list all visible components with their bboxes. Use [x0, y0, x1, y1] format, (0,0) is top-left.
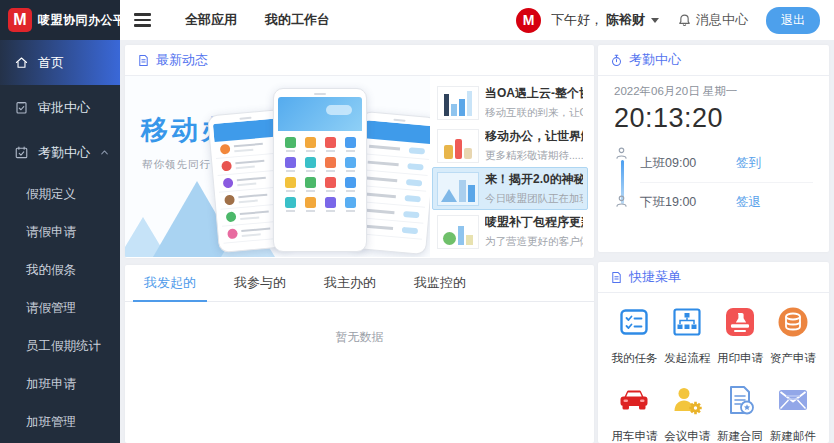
message-center-label: 消息中心: [696, 11, 748, 29]
my-tasks-card: 我发起的 我参与的 我主办的 我监控的 暂无数据: [125, 265, 594, 443]
quick-menu-grid: 我的任务 发起流程: [598, 293, 829, 443]
sidebar-item-approval[interactable]: 审批中心: [0, 85, 120, 130]
sidebar-subitem-overtime-apply[interactable]: 加班申请: [0, 365, 120, 403]
news-item[interactable]: 唛盟补丁包程序更新 为了营造更好的客户体验，唛: [432, 210, 588, 253]
task-list-icon: [617, 305, 651, 339]
username: 陈裕财: [606, 11, 645, 29]
sign-out-link[interactable]: 签退: [736, 194, 761, 211]
tab-monitored[interactable]: 我监控的: [395, 265, 485, 301]
quick-item-label: 用印申请: [717, 351, 763, 366]
flow-icon: [670, 305, 704, 339]
message-center-button[interactable]: 消息中心: [677, 11, 748, 29]
contract-icon: [723, 383, 757, 417]
stopwatch-icon: [610, 54, 623, 67]
news-item-desc: 今日唛盟团队正在加班加点，: [485, 192, 583, 206]
logo-area: M 唛盟协同办公平台: [0, 0, 120, 40]
user-menu[interactable]: 下午好，陈裕财: [551, 11, 659, 29]
attendance-card: 考勤中心 2022年06月20日 星期一 20:13:20 上班09:00 签到: [598, 45, 829, 252]
sidebar-item-attendance[interactable]: 考勤中心: [0, 130, 120, 175]
news-item-desc: 更多精彩敬请期待........: [485, 149, 583, 163]
topbar: M 唛盟协同办公平台 全部应用 我的工作台 M 下午好，陈裕财 消息中心 退出: [0, 0, 834, 40]
news-list: 当OA遇上云-整个协同OA 移动互联的到来，让OA与云 移动办公，让世界触手可 …: [430, 76, 594, 257]
quick-item-label: 用车申请: [611, 429, 657, 443]
sidebar-item-label: 考勤中心: [38, 144, 90, 162]
avatar[interactable]: M: [516, 8, 541, 33]
quick-item-meeting-apply[interactable]: 会议申请: [661, 383, 714, 443]
sidebar-submenu: 假期定义 请假申请 我的假条 请假管理 员工假期统计 加班申请 加班管理: [0, 175, 120, 441]
attendance-clock: 20:13:20: [614, 103, 813, 134]
quick-menu-header: 快捷菜单: [598, 262, 829, 293]
sidebar-item-label: 首页: [38, 54, 64, 72]
topbar-right: M 下午好，陈裕财 消息中心 退出: [516, 7, 834, 34]
sidebar-subitem-holiday-define[interactable]: 假期定义: [0, 175, 120, 213]
mail-icon: [776, 383, 810, 417]
bell-icon: [677, 13, 692, 28]
sign-in-link[interactable]: 签到: [736, 155, 761, 172]
app-title: 唛盟协同办公平台: [38, 12, 138, 29]
quick-item-seal-apply[interactable]: 用印申请: [714, 305, 767, 366]
menu-toggle-icon[interactable]: [130, 9, 155, 30]
news-item-title: 来！揭开2.0的神秘面纱~: [485, 171, 583, 188]
nav-my-workbench[interactable]: 我的工作台: [265, 11, 330, 29]
quick-menu-title: 快捷菜单: [629, 268, 681, 286]
tab-initiated[interactable]: 我发起的: [125, 265, 215, 301]
logout-button[interactable]: 退出: [766, 7, 820, 34]
attendance-row-morning: 上班09:00 签到: [640, 144, 813, 183]
attendance-row-evening: 下班19:00 签退: [640, 183, 813, 222]
greeting-text: 下午好，: [551, 11, 603, 29]
quick-item-label: 新建合同: [717, 429, 763, 443]
document-icon: [137, 54, 150, 67]
quick-item-vehicle-apply[interactable]: 用车申请: [608, 383, 661, 443]
shift-end-label: 下班19:00: [640, 194, 710, 211]
news-thumbnail: [437, 172, 479, 206]
sidebar-subitem-leave-manage[interactable]: 请假管理: [0, 289, 120, 327]
news-item[interactable]: 当OA遇上云-整个协同OA 移动互联的到来，让OA与云: [432, 81, 588, 124]
attendance-date: 2022年06月20日 星期一: [614, 84, 813, 99]
sidebar-subitem-leave-apply[interactable]: 请假申请: [0, 213, 120, 251]
quick-item-label: 资产申请: [770, 351, 816, 366]
calendar-icon: [14, 145, 29, 160]
phone-mockup: [273, 88, 367, 252]
quick-item-start-flow[interactable]: 发起流程: [661, 305, 714, 366]
news-item-title: 当OA遇上云-整个协同OA: [485, 85, 583, 102]
news-item-selected[interactable]: 来！揭开2.0的神秘面纱~ 今日唛盟团队正在加班加点，: [432, 167, 588, 210]
nav-all-apps[interactable]: 全部应用: [185, 11, 237, 29]
empty-state-text: 暂无数据: [125, 302, 594, 346]
quick-item-new-contract[interactable]: 新建合同: [714, 383, 767, 443]
tab-hosted[interactable]: 我主办的: [305, 265, 395, 301]
quick-item-label: 我的任务: [611, 351, 657, 366]
caret-down-icon: [651, 18, 659, 23]
news-item-desc: 为了营造更好的客户体验，唛: [485, 235, 583, 249]
news-item-title: 移动办公，让世界触手可: [485, 128, 583, 145]
home-icon: [14, 55, 29, 70]
quick-item-label: 发起流程: [664, 351, 710, 366]
sidebar: 首页 审批中心 考勤中心 假期定义 请假申请 我的假条 请假管理 员工假期统计 …: [0, 40, 120, 443]
news-body: 移动办公 帮你领先同行 把工作带出办公室: [125, 76, 594, 257]
meeting-icon: [670, 383, 704, 417]
sidebar-item-label: 审批中心: [38, 99, 90, 117]
sidebar-subitem-overtime-manage[interactable]: 加班管理: [0, 403, 120, 441]
news-thumbnail: [437, 129, 479, 163]
news-thumbnail: [437, 86, 479, 120]
attendance-card-title: 考勤中心: [629, 51, 681, 69]
sidebar-subitem-my-leave[interactable]: 我的假条: [0, 251, 120, 289]
quick-item-my-tasks[interactable]: 我的任务: [608, 305, 661, 366]
quick-item-new-mail[interactable]: 新建邮件: [766, 383, 819, 443]
document-icon: [610, 271, 623, 284]
top-nav: 全部应用 我的工作台: [185, 11, 330, 29]
shift-start-label: 上班09:00: [640, 155, 710, 172]
sidebar-item-home[interactable]: 首页: [0, 40, 120, 85]
promo-banner[interactable]: 移动办公 帮你领先同行 把工作带出办公室: [125, 76, 430, 257]
quick-item-asset-apply[interactable]: 资产申请: [766, 305, 819, 366]
news-card-title: 最新动态: [156, 51, 208, 69]
person-icon: [614, 146, 629, 161]
news-card-header: 最新动态: [125, 45, 594, 76]
clipboard-icon: [14, 100, 29, 115]
tab-participated[interactable]: 我参与的: [215, 265, 305, 301]
news-thumbnail: [437, 215, 479, 249]
sidebar-subitem-staff-holiday-stats[interactable]: 员工假期统计: [0, 327, 120, 365]
quick-item-label: 会议申请: [664, 429, 710, 443]
app-window: M 唛盟协同办公平台 全部应用 我的工作台 M 下午好，陈裕财 消息中心 退出: [0, 0, 834, 443]
news-item[interactable]: 移动办公，让世界触手可 更多精彩敬请期待........: [432, 124, 588, 167]
phone-mockups: [213, 80, 428, 257]
